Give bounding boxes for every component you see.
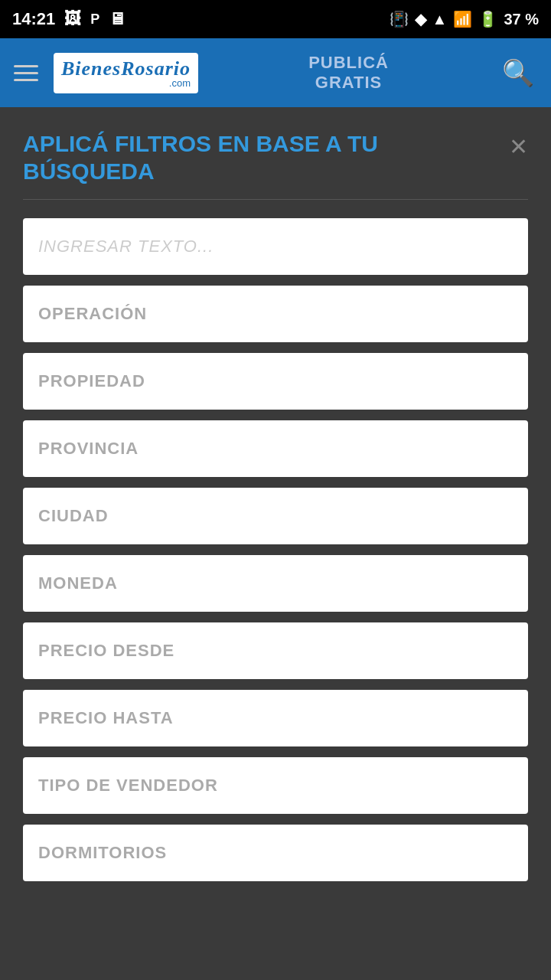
signal-icon: ◆ [415,10,426,28]
hamburger-line-2 [14,72,38,74]
moneda-field[interactable]: MONEDA [23,555,528,612]
parking-icon: P [90,11,99,28]
filter-panel: APLICÁ FILTROS EN BASE A TU BÚSQUEDA ✕ I… [0,107,551,907]
dormitorios-field[interactable]: DORMITORIOS [23,825,528,881]
hamburger-line-1 [14,65,38,67]
ciudad-label: CIUDAD [38,506,109,525]
filter-title: APLICÁ FILTROS EN BASE A TU BÚSQUEDA [23,130,452,185]
tipo-vendedor-field[interactable]: TIPO DE VENDEDOR [23,757,528,814]
navbar-left: BienesRosario .com [14,53,198,93]
screen-icon: 🖥 [109,9,126,29]
time: 14:21 [12,9,55,29]
publish-label: PUBLICÁ GRATIS [308,53,389,92]
divider [23,199,528,200]
ciudad-field[interactable]: CIUDAD [23,488,528,544]
wifi-icon: ▲ [432,11,448,28]
provincia-label: PROVINCIA [38,439,139,458]
hamburger-line-3 [14,79,38,81]
text-search-field[interactable]: INGRESAR TEXTO... [23,218,528,275]
filter-title-row: APLICÁ FILTROS EN BASE A TU BÚSQUEDA ✕ [23,130,528,185]
hamburger-menu[interactable] [14,65,38,81]
precio-hasta-field[interactable]: PRECIO HASTA [23,690,528,746]
navbar: BienesRosario .com PUBLICÁ GRATIS 🔍 [0,38,551,107]
operacion-field[interactable]: OPERACIÓN [23,286,528,342]
search-button[interactable]: 🔍 [499,54,537,92]
publish-button[interactable]: PUBLICÁ GRATIS [308,53,389,93]
close-button[interactable]: ✕ [509,133,528,160]
dormitorios-label: DORMITORIOS [38,843,167,862]
provincia-field[interactable]: PROVINCIA [23,420,528,477]
moneda-label: MONEDA [38,573,118,593]
propiedad-label: PROPIEDAD [38,371,145,390]
tipo-vendedor-label: TIPO DE VENDEDOR [38,776,218,795]
operacion-label: OPERACIÓN [38,304,147,323]
propiedad-field[interactable]: PROPIEDAD [23,353,528,410]
precio-hasta-label: PRECIO HASTA [38,708,174,727]
vibrate-icon: 📳 [390,10,409,28]
precio-desde-field[interactable]: PRECIO DESDE [23,622,528,679]
network-icon: 📶 [453,10,472,28]
status-bar-right: 📳 ◆ ▲ 📶 🔋 37 % [390,10,539,28]
precio-desde-label: PRECIO DESDE [38,641,174,660]
text-input-placeholder: INGRESAR TEXTO... [38,237,214,256]
logo[interactable]: BienesRosario .com [54,53,198,93]
gallery-icon: 🖼 [64,9,81,29]
status-bar-left: 14:21 🖼 P 🖥 [12,9,126,29]
battery-percent: 37 % [504,11,539,28]
battery-icon: 🔋 [478,10,497,28]
search-icon: 🔍 [502,57,534,88]
status-bar: 14:21 🖼 P 🖥 📳 ◆ ▲ 📶 🔋 37 % [0,0,551,38]
